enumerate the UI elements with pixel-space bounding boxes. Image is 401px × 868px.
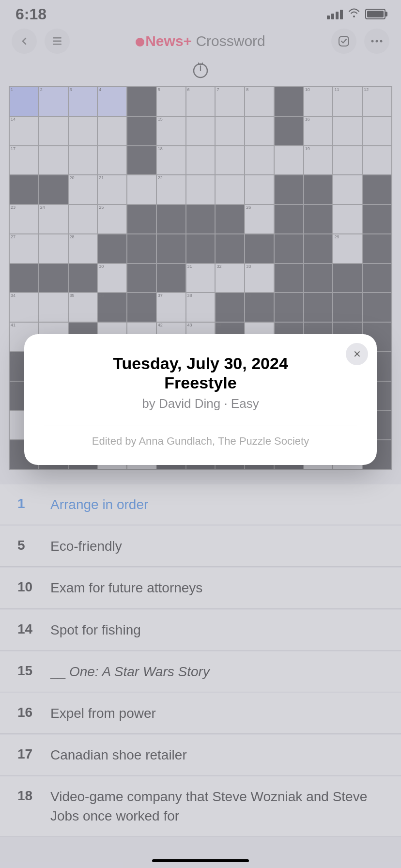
- modal-type: Freestyle: [44, 373, 357, 392]
- modal: ✕ Tuesday, July 30, 2024 Freestyle by Da…: [24, 334, 377, 465]
- modal-close-button[interactable]: ✕: [346, 343, 368, 365]
- modal-date: Tuesday, July 30, 2024: [44, 354, 357, 373]
- modal-author: by David Ding · Easy: [44, 396, 357, 411]
- modal-editor: Edited by Anna Gundlach, The Puzzle Soci…: [44, 425, 357, 448]
- home-indicator: [152, 859, 249, 862]
